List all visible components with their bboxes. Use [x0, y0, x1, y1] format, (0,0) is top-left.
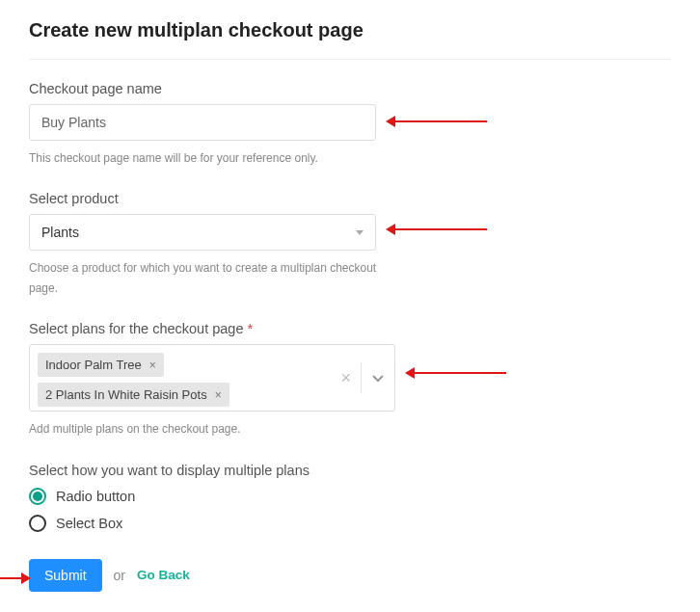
select-plans-hint: Add multiple plans on the checkout page. [29, 419, 395, 439]
display-type-label: Select how you want to display multiple … [29, 463, 671, 478]
submit-button[interactable]: Submit [29, 559, 102, 592]
chip-remove-icon[interactable]: × [215, 388, 222, 402]
page-title: Create new multiplan checkout page [29, 19, 671, 60]
plans-multiselect[interactable]: Indoor Palm Tree × 2 Plants In White Rai… [29, 344, 395, 412]
plan-chip: Indoor Palm Tree × [38, 353, 164, 377]
product-select-value: Plants [41, 225, 79, 240]
radio-icon-unselected [29, 515, 46, 532]
field-checkout-name: Checkout page name This checkout page na… [29, 81, 671, 168]
checkout-name-label: Checkout page name [29, 81, 671, 96]
radio-icon-selected [29, 488, 46, 505]
plans-chip-container: Indoor Palm Tree × 2 Plants In White Rai… [30, 345, 335, 411]
required-star: * [248, 321, 254, 336]
plans-actions: × [335, 345, 394, 411]
plan-chip-label: 2 Plants In White Raisin Pots [45, 387, 207, 402]
form-actions: Submit or Go Back [29, 559, 671, 592]
annotation-arrow [0, 577, 21, 579]
caret-down-icon [356, 230, 363, 235]
plan-chip-label: Indoor Palm Tree [45, 358, 142, 372]
radio-label: Radio button [56, 489, 135, 504]
chevron-down-icon[interactable] [371, 371, 385, 385]
product-select[interactable]: Plants [29, 214, 376, 251]
field-select-plans: Select plans for the checkout page * Ind… [29, 321, 671, 439]
field-display-type: Select how you want to display multiple … [29, 463, 671, 532]
divider [361, 362, 362, 393]
checkout-name-input[interactable] [29, 104, 376, 141]
annotation-arrow [415, 372, 506, 374]
radio-label: Select Box [56, 516, 122, 531]
plan-chip: 2 Plants In White Raisin Pots × [38, 383, 229, 407]
chip-remove-icon[interactable]: × [149, 359, 156, 372]
select-product-hint: Choose a product for which you want to c… [29, 258, 395, 298]
select-plans-label: Select plans for the checkout page * [29, 321, 671, 336]
or-text: or [114, 568, 125, 583]
annotation-arrow [395, 120, 487, 122]
select-product-label: Select product [29, 191, 671, 206]
radio-option-radio-button[interactable]: Radio button [29, 488, 671, 505]
field-select-product: Select product Plants Choose a product f… [29, 191, 671, 298]
go-back-link[interactable]: Go Back [137, 568, 190, 582]
radio-option-select-box[interactable]: Select Box [29, 515, 671, 532]
clear-all-icon[interactable]: × [340, 369, 351, 386]
annotation-arrow [395, 228, 487, 230]
checkout-name-hint: This checkout page name will be for your… [29, 148, 395, 168]
